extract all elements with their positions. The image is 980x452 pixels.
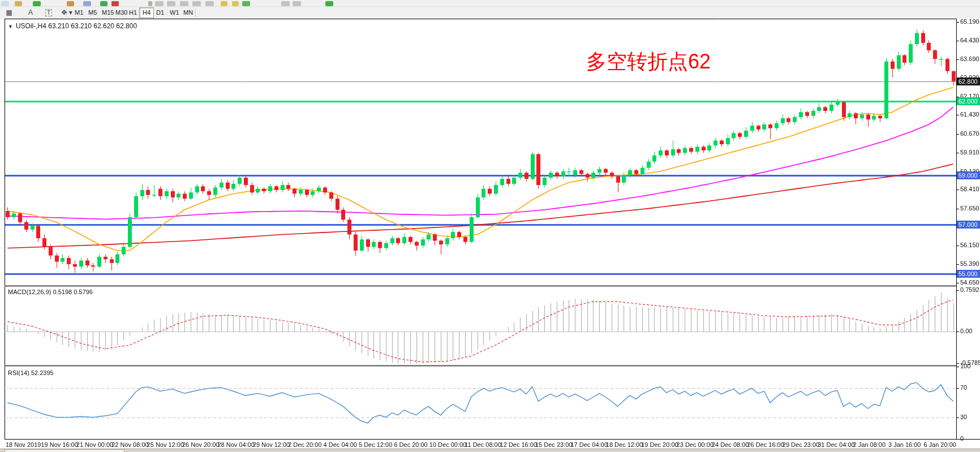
toolbar-icon-stub[interactable] [167,1,175,6]
price-tick-label: 57.650 [960,205,979,212]
grid-icon[interactable]: ▦ [3,7,15,18]
time-tick-label: 31 Dec 04:00 [818,441,854,448]
toolbar-icon-stub[interactable] [33,1,41,6]
arrange-arrows-icon[interactable]: ✥ ▾ [61,7,72,18]
price-badge-55.000: 55.000 [957,270,980,278]
toolbar-icon-stub[interactable] [325,1,333,6]
statusbar-edge [0,449,980,452]
timeframe-button-H1[interactable]: H1 [126,7,140,18]
time-tick-label: 6 Jan 20:00 [923,441,956,448]
time-tick-label: 15 Dec 23:00 [535,441,572,448]
chart-window: ▼USOil-,H4 63.210 63.210 62.620 62.800 多… [0,19,980,452]
price-chart-canvas[interactable] [0,19,980,452]
time-tick-label: 18 Dec 12:00 [606,441,643,448]
toolbar-icon-stub[interactable] [67,1,74,6]
price-tick-label: 58.410 [960,186,979,192]
time-tick-label: 21 Nov 00:00 [76,441,113,448]
chart-dropdown-icon[interactable]: ▼ [8,24,13,29]
rsi-tick-label: 70 [960,384,967,391]
toolbar-icon-stub[interactable] [293,1,301,6]
price-tick-label: 64.430 [960,37,979,44]
time-tick-label: 2 Jan 08:00 [853,441,886,448]
time-tick-label: 12 Dec 16:00 [500,441,537,448]
chart-annotation: 多空转折点62 [586,48,711,76]
chart-symbol-ohlc: USOil-,H4 63.210 63.210 62.620 62.800 [16,22,137,30]
toolbar-icon-stub[interactable] [15,1,22,6]
time-tick-label: 10 Dec 00:00 [429,441,466,448]
toolbar-icon-stub[interactable] [232,1,239,6]
time-tick-label: 3 Jan 16:00 [888,441,921,448]
toolbar-top-row [0,0,980,7]
time-tick-label: 19 Dec 20:00 [641,441,678,448]
rsi-tick-label: 100 [960,363,970,369]
price-tick-label: 65.190 [960,18,979,25]
toolbar-icon-stub[interactable] [111,1,119,6]
macd-indicator-label: MACD(12,26,9) 0.5198 0.5796 [8,289,93,295]
chart-title: ▼USOil-,H4 63.210 63.210 62.620 62.800 [8,22,137,30]
timeframe-button-H4[interactable]: H4 [139,7,154,18]
time-tick-label: 24 Dec 08:00 [712,441,749,448]
price-badge-59.000: 59.000 [957,171,980,179]
price-badge-62.000: 62.000 [957,97,980,105]
toolbar-icon-stub[interactable] [221,1,227,6]
toolbar-icon-stub[interactable] [242,1,250,6]
toolbar-icon-stub[interactable] [1,1,9,6]
time-tick-label: 22 Nov 08:00 [111,441,148,448]
time-tick-label: 17 Dec 04:00 [570,441,607,448]
macd-tick-label: 0.7592 [960,286,979,293]
toolbar-icon-stub[interactable] [192,1,201,6]
toolbar-icon-stub[interactable] [180,1,188,6]
toolbar-icon-stub[interactable] [281,1,290,6]
trading-app: ▦AT✥ ▾M1M5M15M30H1H4D1W1MN ▼USOil-,H4 63… [0,0,980,452]
time-tick-label: 23 Dec 00:00 [677,441,713,448]
time-tick-label: 6 Dec 20:00 [394,441,427,448]
toolbar-icon-stub[interactable] [155,1,164,6]
time-tick-label: 29 Nov 12:00 [253,441,290,448]
rsi-indicator-label: RSI(14) 52.2395 [8,369,54,376]
price-tick-label: 63.690 [960,55,979,62]
price-tick-label: 54.650 [960,279,979,286]
price-tick-label: 60.670 [960,130,979,137]
time-tick-label: 26 Dec 16:00 [747,441,784,448]
time-tick-label: 4 Dec 04:00 [324,441,357,448]
toolbar-icon-stub[interactable] [148,1,152,6]
timeframe-button-D1[interactable]: D1 [153,7,167,18]
toolbar-tools-row: ▦AT✥ ▾M1M5M15M30H1H4D1W1MN [0,7,980,19]
rsi-tick-label: 30 [960,414,967,420]
rsi-tick-label: 0 [960,435,964,442]
price-tick-label: 61.430 [960,111,979,118]
price-tick-label: 59.910 [960,149,979,156]
toolbar-icon-stub[interactable] [83,1,91,6]
time-tick-label: 11 Dec 08:00 [465,441,501,448]
time-tick-label: 28 Nov 04:00 [217,441,254,448]
text-box-icon[interactable]: T [43,7,54,18]
toolbar-icon-stub[interactable] [205,1,214,6]
macd-tick-label: 0.00 [960,328,972,334]
time-tick-label: 19 Nov 16:00 [41,441,78,448]
time-tick-label: 29 Dec 23:00 [783,441,819,448]
price-tick-label: 55.390 [960,260,979,267]
time-tick-label: 25 Nov 12:00 [147,441,184,448]
chart-tab-edge[interactable] [5,449,124,452]
time-tick-label: 5 Dec 12:00 [359,441,392,448]
price-badge-57.000: 57.000 [957,221,980,229]
time-tick-label: 2 Dec 20:00 [288,441,321,448]
price-badge-62.800: 62.800 [957,78,980,85]
price-tick-label: 56.150 [960,242,979,248]
text-label-icon[interactable]: A [25,7,36,18]
timeframe-button-MN[interactable]: MN [180,7,196,18]
time-tick-label: 26 Nov 20:00 [182,441,219,448]
toolbar-icon-stub[interactable] [100,1,108,6]
time-tick-label: 18 Nov 2019 [6,441,41,448]
